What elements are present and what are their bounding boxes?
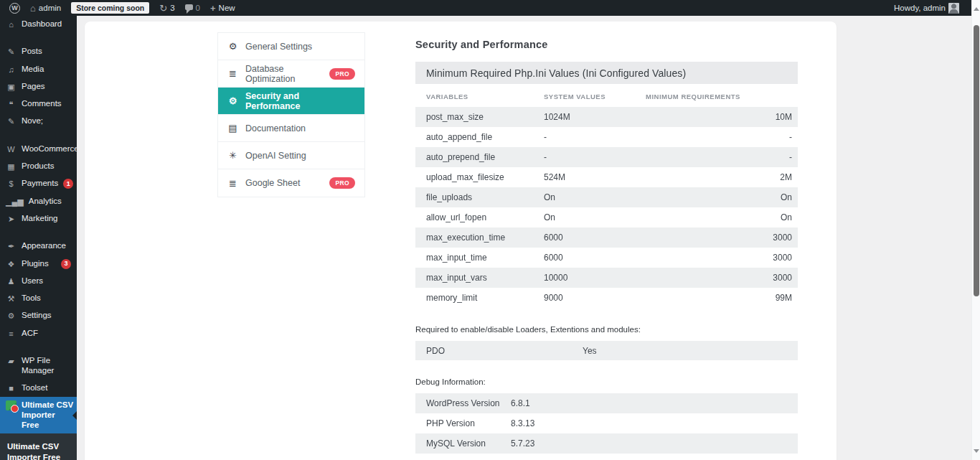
col-minimum-requirements: MINIMUM REQUIREMENTS: [646, 93, 798, 100]
products-icon: ▦: [6, 161, 17, 172]
sidebar-item[interactable]: ❖ Plugins 3: [0, 255, 77, 273]
updates-icon: ↻: [159, 4, 167, 13]
site-name-link[interactable]: ⌂ admin: [25, 0, 66, 16]
ini-table-row: post_max_size 1024M 10M: [415, 107, 798, 127]
page-scrollbar[interactable]: [971, 0, 980, 460]
scroll-down-arrow[interactable]: [974, 449, 979, 456]
comments-bubble-icon: [185, 4, 193, 10]
settings-tab[interactable]: ≣ Google Sheet PRO: [218, 169, 364, 197]
ini-table-row: auto_prepend_file - -: [415, 147, 798, 167]
csv-importer-submenu: Ultimate CSV Importer Free Manage Addons: [0, 433, 77, 460]
sidebar-item[interactable]: Ultimate CSV Importer Free: [0, 397, 77, 433]
settings-tab[interactable]: ≣ Database Optimization PRO: [218, 60, 364, 88]
documentation-icon: ▤: [227, 123, 238, 133]
updates-link[interactable]: ↻ 3: [154, 0, 179, 16]
acf-icon: ≡: [6, 329, 17, 339]
new-content-link[interactable]: + New: [205, 0, 240, 16]
ini-table-row: max_input_time 6000 3000: [415, 248, 798, 268]
site-name: admin: [39, 4, 61, 12]
ini-table-row: auto_append_file - -: [415, 127, 798, 147]
database-icon: ≣: [227, 68, 238, 79]
payments-icon: $: [6, 179, 17, 189]
sidebar-item[interactable]: ▦ Products: [0, 158, 77, 175]
sidebar-item[interactable]: ♟ Users: [0, 273, 77, 290]
ini-table: post_max_size 1024M 10M auto_append_file…: [415, 107, 798, 308]
wp-file-manager-icon: ▰: [6, 356, 17, 366]
sidebar-item[interactable]: ⚙ Settings: [0, 307, 77, 324]
sidebar-item[interactable]: ⚒ Tools: [0, 290, 77, 307]
sidebar-item[interactable]: ▣ Pages: [0, 78, 77, 95]
howdy-text: Howdy, admin: [894, 4, 946, 12]
debug-table: WordPress Version 6.8.1 PHP Version 8.3.…: [415, 393, 798, 460]
col-variables: VARIABLES: [415, 93, 544, 100]
comments-link[interactable]: 0: [180, 0, 205, 16]
sidebar-item[interactable]: ▰ WP File Manager: [0, 352, 77, 380]
comments-count: 0: [196, 4, 200, 12]
ini-table-title: Minimum Required Php.Ini Values (Ini Con…: [415, 62, 798, 84]
store-status-badge: Store coming soon: [71, 2, 149, 14]
settings-tab[interactable]: ▤ Documentation: [218, 115, 364, 142]
sidebar-item[interactable]: ≡ ACF: [0, 325, 77, 342]
ini-table-row: upload_max_filesize 524M 2M: [415, 167, 798, 187]
gear-icon: ⚙: [227, 41, 238, 52]
tools-icon: ⚒: [6, 294, 17, 304]
user-avatar: [948, 3, 959, 14]
dashboard-icon: ⌂: [6, 19, 17, 29]
debug-row: MySQL Version 5.7.23: [415, 433, 798, 454]
sidebar-item[interactable]: ➤ Marketing: [0, 210, 77, 227]
sidebar-item[interactable]: W WooCommerce: [0, 141, 77, 158]
settings-icon: ⚙: [6, 311, 17, 321]
pro-badge: PRO: [329, 177, 355, 189]
plugins-icon: ❖: [6, 259, 17, 269]
google-sheet-icon: ≣: [227, 178, 238, 189]
settings-card: ⚙ General Settings ≣ Database Optimizati…: [85, 22, 837, 460]
sidebar-item[interactable]: ⌂ Dashboard: [0, 16, 77, 33]
wordpress-menu[interactable]: W: [4, 0, 25, 16]
sidebar-item[interactable]: ♫ Media: [0, 61, 77, 78]
plus-icon: +: [210, 4, 216, 13]
sidebar-item[interactable]: ❝ Comments: [0, 95, 77, 113]
sidebar-item[interactable]: ✎ Posts: [0, 43, 77, 60]
count-badge: 1: [63, 179, 73, 189]
home-icon: ⌂: [30, 4, 36, 13]
loader-row: PDO Yes: [415, 341, 798, 360]
settings-tab[interactable]: ⚙ Security and Performance: [218, 88, 364, 115]
appearance-icon: ✒: [6, 241, 17, 251]
page-title: Security and Performance: [415, 39, 798, 50]
new-label: New: [219, 4, 235, 12]
openai-icon: ✳: [227, 150, 238, 161]
comments-icon: ❝: [6, 99, 17, 109]
pages-icon: ▣: [6, 82, 17, 92]
users-icon: ♟: [6, 276, 17, 286]
ini-table-row: allow_url_fopen On On: [415, 207, 798, 227]
account-menu[interactable]: Howdy, admin: [889, 0, 964, 16]
sidebar-item[interactable]: ✒ Appearance: [0, 238, 77, 255]
debug-row: PHP Version 8.3.13: [415, 413, 798, 433]
scrollbar-thumb[interactable]: [974, 25, 979, 296]
posts-icon: ✎: [6, 47, 17, 57]
settings-tab[interactable]: ✳ OpenAI Setting: [218, 142, 364, 169]
col-system-values: SYSTEM VALUES: [544, 93, 646, 100]
scroll-up-arrow[interactable]: [974, 4, 979, 11]
ini-table-row: file_uploads On On: [415, 187, 798, 207]
admin-bar: W ⌂ admin Store coming soon ↻ 3 0 + New …: [0, 0, 971, 16]
count-badge: 3: [61, 259, 71, 269]
settings-tab[interactable]: ⚙ General Settings: [218, 33, 364, 60]
admin-sidebar: ⌂ Dashboard ✎ Posts ♫ Media ▣ Pages ❝ Co…: [0, 16, 77, 460]
nove-icon: ✎: [6, 116, 17, 126]
media-icon: ♫: [6, 65, 17, 75]
settings-tab-list: ⚙ General Settings ≣ Database Optimizati…: [217, 32, 365, 197]
sidebar-item[interactable]: $ Payments 1: [0, 175, 77, 192]
loaders-heading: Required to enable/disable Loaders, Exte…: [415, 325, 798, 334]
debug-row: WordPress Version 6.8.1: [415, 393, 798, 413]
sidebar-item[interactable]: ■ Toolset: [0, 380, 77, 397]
pro-badge: PRO: [329, 68, 355, 80]
submenu-item-ultimate-csv-importer[interactable]: Ultimate CSV Importer Free: [0, 438, 77, 460]
ini-table-row: memory_limit 9000 99M: [415, 288, 798, 308]
updates-count: 3: [170, 4, 174, 12]
sidebar-item[interactable]: ▁▄▆ Analytics: [0, 193, 77, 210]
tab-panel-security: Security and Performance Minimum Require…: [415, 34, 798, 460]
sidebar-item[interactable]: ✎ Nove;: [0, 113, 77, 130]
store-status-link[interactable]: Store coming soon: [66, 0, 154, 16]
content-area: ⚙ General Settings ≣ Database Optimizati…: [77, 16, 971, 460]
